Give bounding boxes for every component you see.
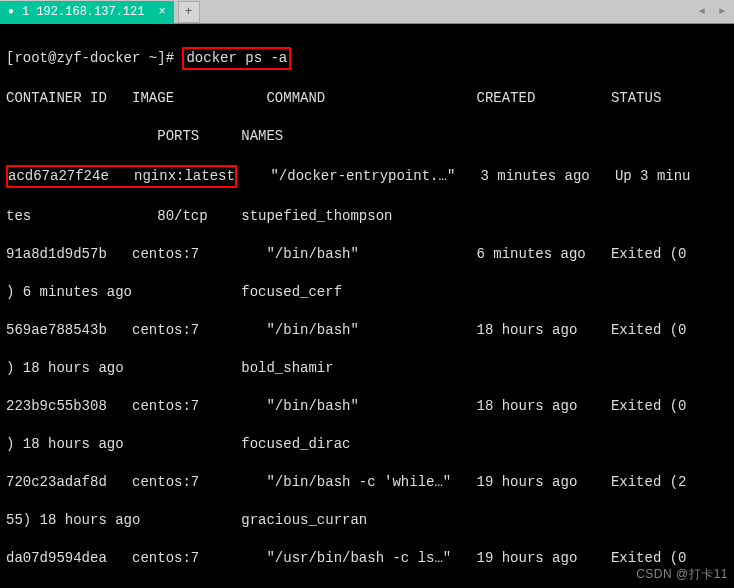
- row1-c: ) 6 minutes ago focused_cerf: [6, 283, 728, 302]
- row4-a: 720c23adaf8d centos:7 "/bin/bash -c 'whi…: [6, 473, 728, 492]
- tab-nav: ◄ ►: [694, 4, 730, 20]
- highlight-container-img: acd67a27f24e nginx:latest: [6, 165, 237, 188]
- prompt: [root@zyf-docker ~]#: [6, 50, 182, 66]
- row1-a: 91a8d1d9d57b centos:7 "/bin/bash" 6 minu…: [6, 245, 728, 264]
- watermark: CSDN @打卡11: [636, 565, 728, 584]
- next-tab-icon[interactable]: ►: [714, 4, 730, 20]
- cmd-docker-ps: docker ps -a: [186, 50, 287, 66]
- row3-a: 223b9c55b308 centos:7 "/bin/bash" 18 hou…: [6, 397, 728, 416]
- highlight-cmd-ps: docker ps -a: [182, 47, 291, 70]
- tab-bar: ● 1 192.168.137.121 × + ◄ ►: [0, 0, 734, 24]
- table-header-2: PORTS NAMES: [6, 127, 728, 146]
- table-header-1: CONTAINER ID IMAGE COMMAND CREATED STATU…: [6, 89, 728, 108]
- row5-a: da07d9594dea centos:7 "/usr/bin/bash -c …: [6, 549, 728, 568]
- close-tab-icon[interactable]: ×: [158, 1, 165, 23]
- terminal[interactable]: [root@zyf-docker ~]# docker ps -a CONTAI…: [0, 24, 734, 588]
- row4-c: 55) 18 hours ago gracious_curran: [6, 511, 728, 530]
- row2-c: ) 18 hours ago bold_shamir: [6, 359, 728, 378]
- row0-c: tes 80/tcp stupefied_thompson: [6, 207, 728, 226]
- tab-indicator-icon: ●: [8, 1, 14, 23]
- new-tab-button[interactable]: +: [178, 1, 200, 23]
- active-tab[interactable]: ● 1 192.168.137.121 ×: [0, 1, 174, 23]
- row2-a: 569ae788543b centos:7 "/bin/bash" 18 hou…: [6, 321, 728, 340]
- prev-tab-icon[interactable]: ◄: [694, 4, 710, 20]
- tab-title: 1 192.168.137.121: [22, 1, 144, 23]
- row0-a: acd67a27f24e nginx:latest: [8, 168, 235, 184]
- row3-c: ) 18 hours ago focused_dirac: [6, 435, 728, 454]
- row0-b: "/docker-entrypoint.…" 3 minutes ago Up …: [237, 168, 691, 184]
